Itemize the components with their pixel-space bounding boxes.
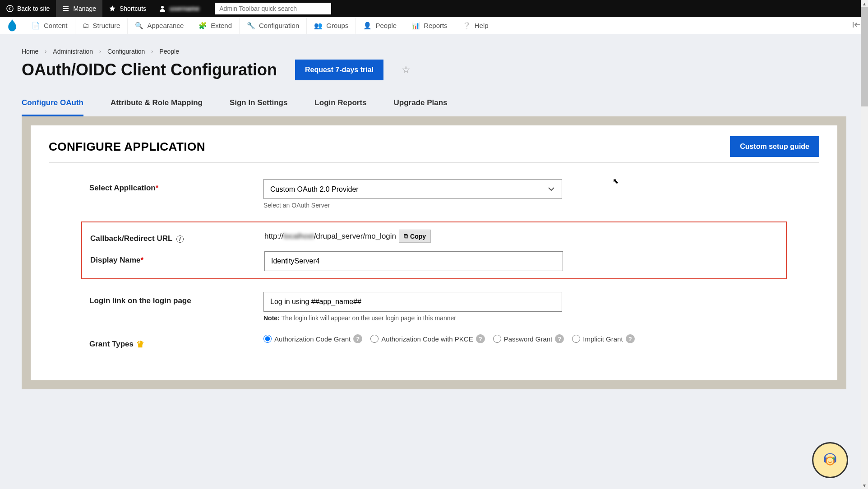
grant-password-radio[interactable] (493, 335, 501, 343)
tab-attribute-mapping[interactable]: Attribute & Role Mapping (111, 93, 203, 116)
grant-types-label: Grant Types ♛ (89, 334, 263, 350)
highlighted-section: Callback/Redirect URL i http://localhost… (81, 221, 787, 279)
chevron-right-icon: › (99, 48, 101, 55)
wrench-icon: 🔍 (135, 22, 143, 30)
star-icon (109, 5, 116, 12)
nav-configuration[interactable]: 🔧Configuration (240, 17, 307, 34)
tab-upgrade-plans[interactable]: Upgrade Plans (394, 93, 448, 116)
file-icon: 📄 (32, 22, 40, 30)
puzzle-icon: 🧩 (199, 22, 207, 30)
crumb-config[interactable]: Configuration (107, 48, 145, 55)
chevron-right-icon: › (45, 48, 46, 55)
callback-url-value: http://localhost/drupal_server/mo_login (264, 232, 396, 241)
row-callback-url: Callback/Redirect URL i http://localhost… (82, 230, 786, 243)
scroll-thumb[interactable] (861, 7, 868, 106)
scrollbar[interactable]: ▲ ▼ (861, 0, 868, 389)
breadcrumb: Home › Administration › Configuration › … (22, 48, 846, 55)
panel-heading: CONFIGURE APPLICATION (49, 140, 205, 154)
user-menu[interactable]: username (152, 0, 206, 17)
nav-extend[interactable]: 🧩Extend (191, 17, 240, 34)
display-name-input[interactable] (264, 251, 563, 271)
wrench2-icon: 🔧 (247, 22, 255, 30)
chart-icon: 📊 (411, 22, 420, 30)
svg-point-0 (7, 5, 13, 12)
row-select-application: Select Application* Custom OAuth 2.0 Pro… (49, 179, 819, 209)
grant-password[interactable]: Password Grant ? (493, 334, 564, 343)
chevron-right-icon: › (151, 48, 153, 55)
row-display-name: Display Name* (82, 251, 786, 271)
login-link-note: Note: The login link will appear on the … (263, 314, 819, 322)
shortcuts-link[interactable]: Shortcuts (102, 0, 152, 17)
help-badge-icon[interactable]: ? (476, 334, 485, 343)
help-badge-icon[interactable]: ? (555, 334, 564, 343)
person-icon: 👤 (363, 22, 372, 30)
tab-signin-settings[interactable]: Sign In Settings (230, 93, 287, 116)
arrow-left-circle-icon (6, 5, 14, 12)
hamburger-icon (62, 5, 69, 12)
select-application-hint: Select an OAuth Server (263, 202, 819, 209)
help-icon: ❔ (462, 22, 471, 30)
page-title-row: OAuth/OIDC Client Configuration Request … (22, 60, 846, 80)
crumb-admin[interactable]: Administration (53, 48, 93, 55)
nav-appearance[interactable]: 🔍Appearance (128, 17, 191, 34)
favorite-star-icon[interactable]: ☆ (402, 64, 411, 76)
crumb-people[interactable]: People (159, 48, 179, 55)
request-trial-button[interactable]: Request 7-days trial (295, 60, 383, 80)
login-link-label: Login link on the login page (89, 292, 263, 305)
grant-implicit[interactable]: Implicit Grant ? (572, 334, 634, 343)
grant-auth-code[interactable]: Authorization Code Grant ? (263, 334, 362, 343)
crown-icon: ♛ (136, 339, 144, 350)
grant-implicit-radio[interactable] (572, 335, 580, 343)
info-icon[interactable]: i (176, 235, 184, 243)
shortcuts-label: Shortcuts (120, 5, 146, 12)
sitemap-icon: 🗂 (83, 22, 89, 29)
copy-button[interactable]: ⧉ Copy (399, 230, 431, 243)
help-badge-icon[interactable]: ? (353, 334, 362, 343)
grant-auth-code-pkce[interactable]: Authorization Code with PKCE ? (370, 334, 485, 343)
copy-icon: ⧉ (404, 232, 408, 240)
page-title: OAuth/OIDC Client Configuration (22, 60, 277, 79)
scroll-up-arrow[interactable]: ▲ (861, 0, 868, 7)
callback-url-label: Callback/Redirect URL i (90, 230, 264, 243)
tab-login-reports[interactable]: Login Reports (314, 93, 366, 116)
row-login-link: Login link on the login page Note: The l… (49, 292, 819, 322)
toolbar-search (215, 3, 331, 14)
nav-people[interactable]: 👤People (356, 17, 404, 34)
grant-pkce-radio[interactable] (370, 335, 379, 343)
admin-menu: 📄Content 🗂Structure 🔍Appearance 🧩Extend … (0, 17, 868, 34)
custom-setup-guide-button[interactable]: Custom setup guide (730, 136, 819, 157)
select-application-dropdown[interactable]: Custom OAuth 2.0 Provider (263, 179, 562, 199)
groups-icon: 👥 (314, 22, 323, 30)
select-application-label: Select Application* (89, 179, 263, 193)
tab-configure-oauth[interactable]: Configure OAuth (22, 93, 83, 116)
admin-toolbar: Back to site Manage Shortcuts username (0, 0, 868, 17)
manage-label: Manage (73, 5, 96, 12)
nav-content[interactable]: 📄Content (24, 17, 75, 34)
manage-link[interactable]: Manage (56, 0, 102, 17)
svg-point-1 (161, 6, 164, 9)
display-name-label: Display Name* (90, 251, 264, 265)
nav-reports[interactable]: 📊Reports (404, 17, 455, 34)
nav-groups[interactable]: 👥Groups (307, 17, 356, 34)
nav-structure[interactable]: 🗂Structure (75, 17, 128, 34)
user-icon (159, 5, 166, 12)
nav-help[interactable]: ❔Help (455, 17, 496, 34)
configure-application-panel: CONFIGURE APPLICATION Custom setup guide… (31, 125, 837, 380)
grant-auth-code-radio[interactable] (263, 335, 272, 343)
admin-search-input[interactable] (215, 3, 331, 14)
crumb-home[interactable]: Home (22, 48, 38, 55)
drupal-logo[interactable] (0, 19, 24, 32)
back-to-site-link[interactable]: Back to site (0, 0, 56, 17)
config-tabs: Configure OAuth Attribute & Role Mapping… (22, 93, 846, 116)
login-link-input[interactable] (263, 292, 562, 312)
back-label: Back to site (17, 5, 50, 12)
help-badge-icon[interactable]: ? (626, 334, 635, 343)
panel-wrapper: CONFIGURE APPLICATION Custom setup guide… (22, 116, 846, 389)
user-name: username (170, 5, 199, 12)
row-grant-types: Grant Types ♛ Authorization Code Grant ?… (49, 334, 819, 350)
